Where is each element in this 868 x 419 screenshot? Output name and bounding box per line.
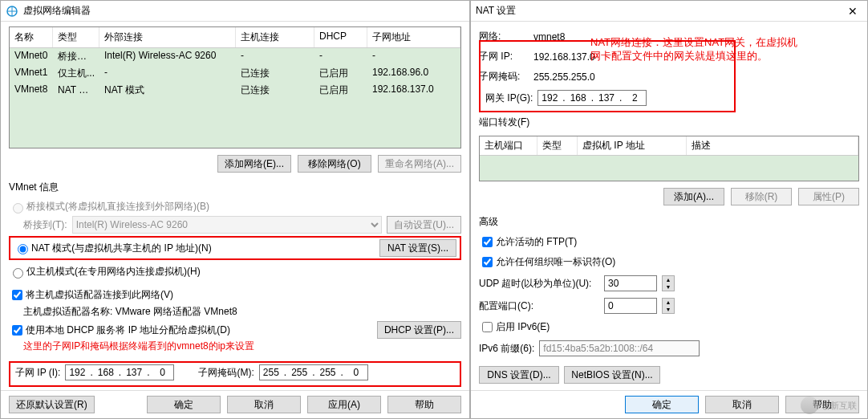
cfgport-label: 配置端口(C): bbox=[479, 299, 599, 313]
add-network-button[interactable]: 添加网络(E)... bbox=[217, 155, 291, 173]
table-row[interactable]: VMnet8NAT 模式NAT 模式已连接已启用192.168.137.0 bbox=[10, 82, 460, 99]
dhcp-check-label: 使用本地 DHCP 服务将 IP 地址分配给虚拟机(D) bbox=[26, 323, 377, 337]
cell-name: VMnet1 bbox=[10, 65, 53, 82]
oui-check-label: 允许任何组织唯一标识符(O) bbox=[496, 255, 615, 269]
cfgport-input[interactable] bbox=[604, 298, 657, 314]
gw-oct4[interactable] bbox=[623, 92, 646, 104]
netbios-settings-button[interactable]: NetBIOS 设置(N)... bbox=[564, 366, 660, 384]
close-icon[interactable]: ✕ bbox=[843, 5, 862, 18]
nat-ok-button[interactable]: 确定 bbox=[625, 396, 699, 413]
apply-button[interactable]: 应用(A) bbox=[307, 396, 381, 413]
port-forward-table: 主机端口 类型 虚拟机 IP 地址 描述 bbox=[479, 136, 859, 181]
nat-radio-label: NAT 模式(与虚拟机共享主机的 IP 地址)(N) bbox=[31, 242, 379, 255]
udp-spinner[interactable]: ▲▼ bbox=[662, 275, 675, 291]
cell-host: - bbox=[236, 48, 314, 65]
watermark-text: 创新互联 bbox=[821, 400, 857, 412]
table-row[interactable]: VMnet0桥接模式Intel(R) Wireless-AC 9260--- bbox=[10, 48, 460, 65]
subnet-mask-input[interactable]: . . . bbox=[259, 364, 368, 380]
vmnet-table: 名称 类型 外部连接 主机连接 DHCP 子网地址 VMnet0桥接模式Inte… bbox=[9, 26, 461, 148]
table-row[interactable]: VMnet1仅主机...-已连接已启用192.168.96.0 bbox=[10, 65, 460, 82]
gateway-ip-input[interactable]: . . . bbox=[537, 90, 647, 106]
subnet-ip-oct4[interactable] bbox=[151, 367, 173, 378]
gw-oct3[interactable] bbox=[595, 92, 618, 104]
ipv6-check-label: 启用 IPv6(E) bbox=[496, 320, 550, 334]
connect-host-check-row[interactable]: 将主机虚拟适配器连接到此网络(V) bbox=[9, 287, 461, 303]
col-type[interactable]: 类型 bbox=[53, 27, 99, 47]
hostonly-radio-row[interactable]: 仅主机模式(在专用网络内连接虚拟机)(H) bbox=[9, 265, 461, 279]
remove-network-button[interactable]: 移除网络(O) bbox=[298, 155, 371, 173]
subnet-mask-label: 子网掩码(M): bbox=[198, 366, 254, 380]
nat-cancel-button[interactable]: 取消 bbox=[705, 396, 779, 413]
virtual-network-editor-window: 虚拟网络编辑器 名称 类型 外部连接 主机连接 DHCP 子网地址 VMnet0… bbox=[0, 0, 470, 419]
bridge-radio bbox=[13, 203, 23, 214]
cell-host: 已连接 bbox=[236, 65, 314, 82]
mask-oct1[interactable] bbox=[260, 367, 282, 378]
subnet-ip-oct2[interactable] bbox=[95, 367, 117, 378]
cell-sub: - bbox=[367, 48, 460, 65]
col-sub[interactable]: 子网地址 bbox=[367, 27, 460, 47]
nat-settings-button[interactable]: NAT 设置(S)... bbox=[379, 239, 456, 257]
bridge-radio-label: 桥接模式(将虚拟机直接连接到外部网络)(B) bbox=[26, 200, 209, 214]
ok-button[interactable]: 确定 bbox=[147, 396, 221, 413]
connect-host-checkbox[interactable] bbox=[12, 290, 22, 300]
col-ext[interactable]: 外部连接 bbox=[99, 27, 236, 47]
subnet-ip-oct1[interactable] bbox=[66, 367, 88, 378]
bridge-adapter-select: Intel(R) Wireless-AC 9260 bbox=[72, 216, 383, 234]
dhcp-check-row[interactable]: 使用本地 DHCP 服务将 IP 地址分配给虚拟机(D) DHCP 设置(P).… bbox=[9, 321, 461, 339]
cell-sub: 192.168.96.0 bbox=[367, 65, 460, 82]
pf-col-vip[interactable]: 虚拟机 IP 地址 bbox=[578, 136, 687, 155]
titlebar-right: NAT 设置 ✕ bbox=[471, 1, 867, 22]
nat-window-title: NAT 设置 bbox=[476, 4, 843, 18]
gw-oct2[interactable] bbox=[567, 92, 590, 104]
restore-defaults-button[interactable]: 还原默认设置(R) bbox=[9, 396, 95, 413]
hostonly-radio-label: 仅主机模式(在专用网络内连接虚拟机)(H) bbox=[26, 265, 201, 279]
oui-checkbox[interactable] bbox=[482, 257, 493, 267]
nat-radio-row[interactable]: NAT 模式(与虚拟机共享主机的 IP 地址)(N) NAT 设置(S)... bbox=[9, 236, 461, 260]
pf-col-hostport[interactable]: 主机端口 bbox=[480, 136, 537, 155]
nat-radio[interactable] bbox=[18, 244, 28, 254]
cell-dhcp: 已启用 bbox=[314, 82, 367, 99]
pf-col-type[interactable]: 类型 bbox=[537, 136, 578, 155]
gw-oct1[interactable] bbox=[538, 92, 561, 104]
col-name[interactable]: 名称 bbox=[10, 27, 53, 47]
cfgport-spinner[interactable]: ▲▼ bbox=[662, 298, 675, 314]
help-button[interactable]: 帮助 bbox=[387, 396, 461, 413]
mask-oct2[interactable] bbox=[288, 367, 310, 378]
subnet-ip-oct3[interactable] bbox=[123, 367, 145, 378]
pf-col-desc[interactable]: 描述 bbox=[687, 136, 858, 155]
app-icon bbox=[6, 5, 18, 18]
hostonly-radio[interactable] bbox=[13, 268, 23, 279]
ftp-check-label: 允许活动的 FTP(T) bbox=[496, 235, 577, 249]
ipv6-check-row[interactable]: 启用 IPv6(E) bbox=[479, 319, 859, 335]
cancel-button[interactable]: 取消 bbox=[227, 396, 301, 413]
subnet-ip-input[interactable]: . . . bbox=[65, 364, 174, 380]
cell-type: NAT 模式 bbox=[53, 82, 99, 99]
ipv6-checkbox[interactable] bbox=[482, 322, 493, 332]
mask-oct4[interactable] bbox=[345, 367, 367, 378]
nat-settings-window: NAT 设置 ✕ 网络:vmnet8 子网 IP:192.168.137.0 子… bbox=[470, 0, 868, 419]
chevron-up-icon: ▲ bbox=[663, 276, 674, 283]
chevron-up-icon: ▲ bbox=[663, 299, 674, 306]
cell-ext: Intel(R) Wireless-AC 9260 bbox=[99, 48, 236, 65]
oui-check-row[interactable]: 允许任何组织唯一标识符(O) bbox=[479, 254, 859, 270]
cell-sub: 192.168.137.0 bbox=[367, 82, 460, 99]
udp-label: UDP 超时(以秒为单位)(U): bbox=[479, 277, 599, 291]
dhcp-checkbox[interactable] bbox=[12, 325, 22, 336]
ftp-check-row[interactable]: 允许活动的 FTP(T) bbox=[479, 234, 859, 250]
bridge-radio-row[interactable]: 桥接模式(将虚拟机直接连接到外部网络)(B) bbox=[9, 200, 461, 214]
annotation-nat-gateway: NAT网络连接：这里设置NAT网关，在虚拟机网卡配置文件中的网关就是填这里的。 bbox=[590, 35, 855, 63]
vmnet-info-label: VMnet 信息 bbox=[9, 181, 461, 194]
ftp-checkbox[interactable] bbox=[482, 237, 493, 247]
udp-input[interactable] bbox=[604, 275, 657, 291]
cell-type: 桥接模式 bbox=[53, 48, 99, 65]
watermark: 创新互联 bbox=[801, 397, 857, 414]
mask-oct3[interactable] bbox=[317, 367, 339, 378]
subnet-ip-label: 子网 IP (I): bbox=[15, 366, 60, 380]
col-host[interactable]: 主机连接 bbox=[236, 27, 314, 47]
chevron-down-icon: ▼ bbox=[663, 306, 674, 313]
pf-add-button[interactable]: 添加(A)... bbox=[663, 188, 724, 205]
dns-settings-button[interactable]: DNS 设置(D)... bbox=[479, 366, 559, 384]
col-dhcp[interactable]: DHCP bbox=[314, 27, 367, 47]
titlebar: 虚拟网络编辑器 bbox=[1, 1, 469, 22]
dhcp-settings-button[interactable]: DHCP 设置(P)... bbox=[377, 321, 461, 339]
